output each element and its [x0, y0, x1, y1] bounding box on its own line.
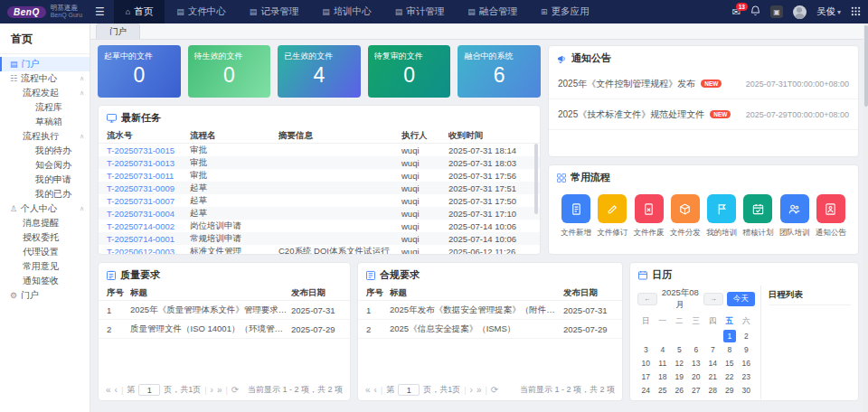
sidebar-group-process-exec[interactable]: 流程执行∧: [0, 129, 90, 144]
today-button[interactable]: 今天: [727, 292, 755, 306]
sidebar-item-portal-settings[interactable]: ⚙门户: [0, 288, 90, 303]
nav-item-records[interactable]: ▤记录管理: [238, 0, 311, 23]
day-cell[interactable]: 3: [637, 343, 655, 357]
workbench-icon[interactable]: ▣: [770, 5, 783, 18]
sidebar-group-process-start[interactable]: 流程发起∧: [0, 86, 90, 100]
day-cell[interactable]: 24: [637, 384, 655, 398]
first-page-button[interactable]: «: [106, 385, 111, 395]
page-scrollbar-thumb[interactable]: [864, 25, 868, 107]
task-serial-link[interactable]: T-20250714-0002: [107, 221, 190, 231]
sidebar-item-portal[interactable]: ▤门户: [0, 57, 90, 71]
day-cell[interactable]: 15: [722, 357, 739, 370]
day-cell[interactable]: 10: [637, 357, 655, 370]
user-avatar[interactable]: [793, 5, 807, 19]
sidebar-item-cc-read[interactable]: 知会阅办: [0, 158, 90, 173]
day-cell[interactable]: 28: [704, 384, 722, 398]
nav-item-training[interactable]: ▤培训中心: [310, 0, 383, 23]
stat-card-drafting-files[interactable]: 起草中的文件0: [98, 45, 181, 98]
nav-item-file-center[interactable]: ▤文件中心: [165, 0, 238, 23]
day-cell[interactable]: 6: [688, 343, 705, 357]
app-grid-icon[interactable]: [851, 4, 861, 20]
day-cell[interactable]: 29: [722, 384, 739, 398]
task-serial-link[interactable]: T-20250731-0011: [107, 171, 190, 181]
notice-item[interactable]: 2025年《文件控制管理规程》发布NEW2025-07-31T00:00:00+…: [549, 69, 858, 99]
sidebar-group-process-center[interactable]: ☷流程中心∧: [0, 71, 90, 86]
table-row[interactable]: 12025年《质量管理体系文件》管理要求文件发布2025-07-31: [99, 301, 350, 320]
day-cell[interactable]: 7: [704, 343, 722, 357]
quick-file-add[interactable]: 文件新增: [560, 194, 592, 239]
quick-audit-plan[interactable]: 稽核计划: [741, 194, 774, 239]
page-scrollbar[interactable]: [863, 23, 868, 412]
prev-page-button[interactable]: ‹: [374, 385, 377, 395]
table-row[interactable]: T-20250731-0004起草wuqi2025-07-31 17:10: [99, 207, 540, 220]
next-page-button[interactable]: ›: [470, 385, 473, 395]
quick-file-revise[interactable]: 文件修订: [596, 194, 628, 239]
quick-team-training[interactable]: 团队培训: [778, 194, 811, 239]
refresh-icon[interactable]: ⟳: [231, 385, 239, 395]
day-cell[interactable]: 20: [688, 370, 705, 384]
calendar-next-button[interactable]: →: [703, 293, 723, 305]
last-page-button[interactable]: »: [476, 385, 482, 395]
day-cell[interactable]: 23: [738, 370, 755, 384]
collapse-arrow-icon[interactable]: ∧: [80, 75, 84, 82]
sidebar-item-message-reminder[interactable]: 消息提醒: [0, 216, 90, 230]
tasks-scrollbar[interactable]: [534, 144, 538, 214]
nav-item-home[interactable]: ⌂首页: [114, 0, 165, 23]
task-serial-link[interactable]: T-20250714-0001: [107, 234, 190, 244]
table-row[interactable]: 12025年发布《数据安全管理提案》（附件（适用文件））2025-07-31: [358, 301, 622, 320]
day-cell[interactable]: 13: [688, 357, 705, 370]
table-row[interactable]: T-20250714-0001常规培训申请wuqi2025-07-14 10:0…: [99, 232, 540, 245]
day-cell[interactable]: 2: [738, 330, 755, 343]
task-serial-link[interactable]: T-20250731-0009: [107, 183, 190, 193]
stat-card-pending-files[interactable]: 待生效的文件0: [188, 45, 271, 98]
day-cell[interactable]: 11: [655, 357, 672, 370]
day-cell[interactable]: 26: [671, 384, 688, 398]
day-cell[interactable]: 8: [722, 343, 739, 357]
first-page-button[interactable]: «: [365, 385, 371, 395]
sidebar-item-my-done[interactable]: 我的已办: [0, 187, 90, 201]
sidebar-item-my-todo[interactable]: 我的待办: [0, 144, 90, 158]
next-page-button[interactable]: ›: [211, 385, 213, 395]
nav-item-audit[interactable]: ▤审计管理: [383, 0, 457, 23]
page-number-input[interactable]: [398, 384, 420, 396]
table-row[interactable]: T-20250731-0007起草wuqi2025-07-31 17:50: [99, 194, 540, 207]
table-row[interactable]: 2质量管理文件（ISO 14001）（环境管理）2025-07-29: [99, 320, 350, 339]
day-cell[interactable]: 17: [637, 370, 655, 384]
day-cell[interactable]: 18: [655, 370, 672, 384]
day-cell-selected[interactable]: 1: [723, 330, 736, 342]
nav-item-more-apps[interactable]: ⊞更多应用: [529, 0, 601, 23]
task-serial-link[interactable]: T-20250731-0013: [107, 158, 190, 168]
calendar-prev-button[interactable]: ←: [637, 293, 657, 305]
sidebar-item-my-requests[interactable]: 我的申请: [0, 173, 90, 187]
day-cell[interactable]: 22: [722, 370, 739, 384]
sidebar-item-delegation[interactable]: 授权委托: [0, 230, 90, 245]
day-cell[interactable]: 4: [655, 343, 672, 357]
quick-file-void[interactable]: 文件作废: [633, 194, 665, 239]
sidebar-item-notice-sign[interactable]: 通知签收: [0, 274, 90, 288]
stat-card-integrated-systems[interactable]: 融合中的系统6: [458, 45, 541, 98]
table-row[interactable]: T-20250612-0003标准文件管理C20系统 DOI体系文件试运行wuq…: [99, 245, 540, 255]
tab-portal[interactable]: 门户: [96, 23, 140, 39]
task-serial-link[interactable]: T-20250612-0003: [107, 247, 190, 256]
day-cell[interactable]: 30: [738, 384, 755, 398]
prev-page-button[interactable]: ‹: [115, 385, 118, 395]
page-number-input[interactable]: [138, 384, 160, 396]
table-row[interactable]: T-20250731-0015审批wuqi2025-07-31 18:14: [99, 144, 540, 156]
user-menu[interactable]: 吴俊▾: [816, 5, 841, 18]
quick-my-training[interactable]: 我的培训: [705, 194, 738, 239]
messages-button[interactable]: ✉13: [732, 6, 741, 18]
day-cell[interactable]: 21: [704, 370, 722, 384]
sidebar-group-personal-center[interactable]: ♙个人中心∧: [0, 201, 90, 216]
table-row[interactable]: T-20250714-0002岗位培训申请wuqi2025-07-14 10:0…: [99, 220, 540, 232]
task-serial-link[interactable]: T-20250731-0007: [107, 196, 190, 206]
stat-card-effective-files[interactable]: 已生效的文件4: [278, 45, 361, 98]
sidebar-item-drafts[interactable]: 草稿箱: [0, 115, 90, 129]
day-cell[interactable]: 9: [738, 343, 755, 357]
day-cell[interactable]: 12: [671, 357, 688, 370]
quick-file-distribute[interactable]: 文件分发: [669, 194, 702, 239]
day-cell[interactable]: 25: [655, 384, 672, 398]
day-cell[interactable]: 27: [688, 384, 705, 398]
table-row[interactable]: T-20250731-0011审批wuqi2025-07-31 17:56: [99, 169, 540, 182]
refresh-icon[interactable]: ⟳: [491, 385, 498, 395]
quick-notice[interactable]: 通知公告: [815, 194, 847, 239]
